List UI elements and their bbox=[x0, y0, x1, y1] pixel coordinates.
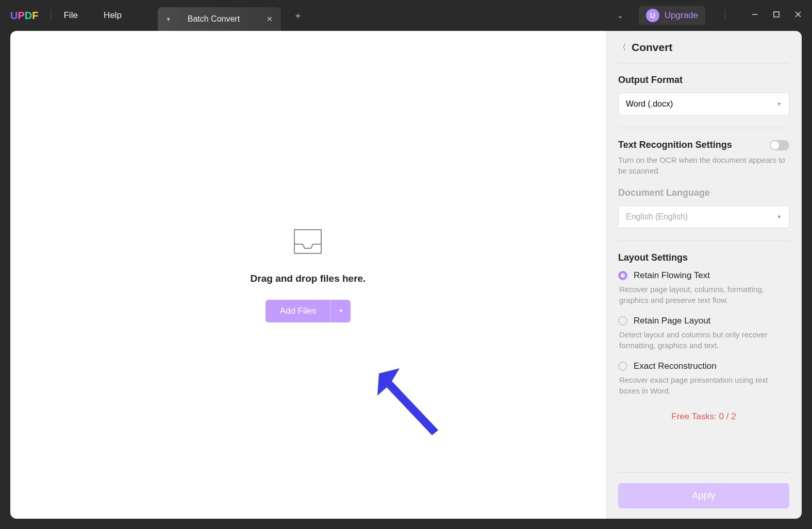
tab-batch-convert[interactable]: ▼ Batch Convert ✕ bbox=[158, 7, 281, 31]
title-bar: U P D F File Help ▼ Batch Convert ✕ ＋ ⌄ … bbox=[0, 0, 812, 31]
divider bbox=[618, 241, 789, 241]
convert-panel: 〈 Convert Output Format Word (.docx) ▼ T… bbox=[606, 31, 802, 519]
add-files-label: Add Files bbox=[266, 300, 331, 322]
menu-file[interactable]: File bbox=[63, 10, 77, 21]
apply-button[interactable]: Apply bbox=[618, 483, 789, 508]
radio-retain-page[interactable]: Retain Page Layout Detect layout and col… bbox=[618, 316, 789, 351]
close-button[interactable] bbox=[794, 11, 802, 20]
divider bbox=[618, 63, 789, 63]
radio-icon bbox=[618, 316, 627, 326]
menu-help[interactable]: Help bbox=[104, 10, 122, 21]
maximize-button[interactable] bbox=[773, 11, 780, 20]
radio-label: Exact Reconstruction bbox=[634, 361, 717, 371]
output-format-value: Word (.docx) bbox=[626, 99, 673, 109]
inbox-icon bbox=[251, 228, 366, 258]
divider bbox=[725, 10, 725, 21]
svg-marker-4 bbox=[377, 368, 438, 435]
radio-desc: Recover page layout, columns, formatting… bbox=[619, 284, 789, 305]
caret-down-icon: ▼ bbox=[777, 101, 782, 107]
apply-section: Apply bbox=[618, 472, 789, 508]
upgrade-button[interactable]: U Upgrade bbox=[639, 6, 705, 25]
back-icon[interactable]: 〈 bbox=[618, 42, 626, 53]
app-logo: U P D F bbox=[10, 10, 38, 22]
ocr-label: Text Recognition Settings bbox=[618, 140, 732, 150]
topbar-right: ⌄ U Upgrade bbox=[617, 6, 802, 25]
chevron-down-icon[interactable]: ⌄ bbox=[617, 11, 623, 20]
radio-exact-reconstruction[interactable]: Exact Reconstruction Recover exact page … bbox=[618, 361, 789, 396]
radio-retain-flowing[interactable]: Retain Flowing Text Recover page layout,… bbox=[618, 270, 789, 305]
language-select[interactable]: English (English) ▼ bbox=[618, 206, 789, 228]
main-drop-area[interactable]: Drag and drop files here. Add Files ▼ bbox=[10, 31, 606, 519]
drop-zone: Drag and drop files here. Add Files ▼ bbox=[251, 228, 366, 322]
upgrade-badge-icon: U bbox=[646, 9, 659, 22]
caret-down-icon: ▼ bbox=[777, 214, 782, 219]
radio-icon bbox=[618, 362, 627, 371]
add-files-dropdown-icon[interactable]: ▼ bbox=[330, 300, 351, 322]
new-tab-button[interactable]: ＋ bbox=[293, 9, 303, 22]
output-format-select[interactable]: Word (.docx) ▼ bbox=[618, 93, 789, 115]
toggle-knob bbox=[771, 141, 779, 149]
minimize-button[interactable] bbox=[751, 11, 758, 20]
language-label: Document Language bbox=[618, 187, 789, 198]
tab-close-icon[interactable]: ✕ bbox=[267, 15, 273, 23]
annotation-arrow-icon bbox=[371, 366, 443, 440]
radio-label: Retain Page Layout bbox=[634, 316, 710, 326]
tab-dropdown-icon[interactable]: ▼ bbox=[166, 16, 171, 22]
ocr-row: Text Recognition Settings bbox=[618, 140, 789, 150]
ocr-toggle[interactable] bbox=[770, 140, 789, 150]
tab-bar: ▼ Batch Convert ✕ ＋ bbox=[158, 0, 303, 31]
tab-label: Batch Convert bbox=[188, 14, 240, 24]
upgrade-label: Upgrade bbox=[665, 10, 698, 21]
radio-desc: Detect layout and columns but only recov… bbox=[619, 329, 789, 351]
window-controls bbox=[751, 11, 802, 20]
add-files-button[interactable]: Add Files ▼ bbox=[266, 300, 351, 322]
divider bbox=[618, 128, 789, 128]
radio-desc: Recover exact page presentation using te… bbox=[619, 374, 789, 396]
free-tasks-counter: Free Tasks: 0 / 2 bbox=[618, 412, 789, 422]
panel-title: Convert bbox=[632, 41, 672, 54]
divider bbox=[51, 10, 51, 21]
output-format-label: Output Format bbox=[618, 75, 789, 86]
ocr-desc: Turn on the OCR when the document appear… bbox=[618, 155, 789, 176]
workspace: Drag and drop files here. Add Files ▼ 〈 … bbox=[0, 31, 812, 529]
panel-header: 〈 Convert bbox=[618, 41, 789, 54]
radio-label: Retain Flowing Text bbox=[634, 270, 710, 281]
svg-rect-1 bbox=[774, 12, 779, 17]
radio-icon bbox=[618, 271, 627, 280]
language-value: English (English) bbox=[626, 212, 688, 221]
drop-text: Drag and drop files here. bbox=[251, 273, 366, 284]
layout-settings-label: Layout Settings bbox=[618, 252, 789, 263]
